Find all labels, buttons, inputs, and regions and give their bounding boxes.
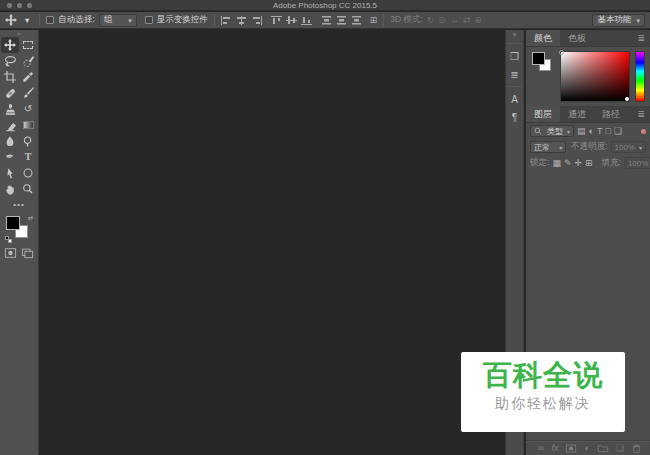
eraser-tool[interactable]: [1, 117, 19, 133]
new-layer-button[interactable]: ❏: [616, 444, 624, 453]
hand-tool[interactable]: [1, 181, 19, 197]
quick-selection-tool[interactable]: [19, 53, 37, 69]
dodge-icon: [22, 135, 34, 148]
blend-mode-value: 正常: [534, 142, 550, 153]
delete-layer-button[interactable]: [631, 443, 642, 454]
lock-position-button[interactable]: ✛: [574, 159, 582, 168]
color-field-cursor[interactable]: [559, 50, 564, 55]
dodge-tool[interactable]: [19, 133, 37, 149]
tools-panel: »: [0, 30, 39, 455]
tab-color[interactable]: 颜色: [526, 30, 560, 46]
expand-panels-button[interactable]: «: [513, 30, 517, 40]
saturation-brightness-field[interactable]: [560, 51, 630, 102]
tab-channels[interactable]: 通道: [560, 106, 594, 122]
distribute-vertical-centers-button[interactable]: [336, 16, 347, 25]
lock-image-pixels-button[interactable]: ✎: [564, 159, 572, 168]
crop-tool[interactable]: [1, 69, 19, 85]
3d-roll-button[interactable]: ⊙: [438, 16, 446, 25]
zoom-tool[interactable]: [19, 181, 37, 197]
new-group-button[interactable]: [597, 443, 609, 454]
lock-transparent-pixels-button[interactable]: ▦: [552, 159, 561, 168]
blur-tool[interactable]: [1, 133, 19, 149]
3d-slide-button[interactable]: ⇄: [463, 16, 471, 25]
chevron-down-icon: ▾: [128, 17, 132, 24]
path-selection-tool[interactable]: [1, 165, 19, 181]
align-bottom-edges-button[interactable]: [301, 16, 312, 25]
gradient-tool[interactable]: [19, 117, 37, 133]
foreground-color-swatch[interactable]: [6, 216, 20, 230]
filter-kind-dropdown[interactable]: 类型 ▾: [530, 125, 574, 137]
adjustment-layer-button[interactable]: ◐: [584, 444, 589, 453]
magnifier-icon: [22, 183, 34, 195]
filter-toggle-light[interactable]: [641, 129, 646, 134]
chevron-down-icon: ▾: [567, 128, 570, 135]
lock-artboard-button[interactable]: ⊞: [585, 159, 593, 168]
filter-image-button[interactable]: ▤: [577, 127, 586, 136]
show-transform-checkbox[interactable]: [145, 16, 153, 24]
opacity-dropdown[interactable]: 100% ▾: [611, 141, 646, 153]
tab-swatches[interactable]: 色板: [560, 30, 594, 46]
tool-preset-caret-icon[interactable]: ▾: [21, 14, 33, 27]
properties-panel-button[interactable]: ≣: [505, 65, 524, 83]
character-panel-button[interactable]: A: [505, 90, 524, 108]
history-panel-button[interactable]: ❐: [505, 47, 524, 65]
lasso-tool[interactable]: [1, 53, 19, 69]
ellipse-tool[interactable]: [19, 165, 37, 181]
watermark-subtitle: 助你轻松解决: [461, 395, 625, 413]
healing-brush-tool[interactable]: [1, 85, 19, 101]
pen-tool[interactable]: ✒: [1, 149, 19, 165]
hue-slider[interactable]: [635, 51, 645, 102]
3d-scale-button[interactable]: ⊕: [474, 16, 482, 25]
3d-drag-button[interactable]: ↔: [450, 16, 459, 25]
paragraph-panel-button[interactable]: ¶: [505, 108, 524, 126]
title-bar[interactable]: Adobe Photoshop CC 2015.5: [0, 0, 650, 11]
workspace-switcher[interactable]: 基本功能 ▾: [592, 14, 645, 27]
tab-paths[interactable]: 路径: [594, 106, 628, 122]
edit-toolbar-button[interactable]: •••: [0, 200, 38, 209]
align-horizontal-centers-button[interactable]: [236, 16, 247, 25]
auto-select-dropdown[interactable]: 组 ▾: [99, 14, 137, 27]
clone-stamp-icon: [4, 103, 17, 116]
layer-style-button[interactable]: fx: [551, 444, 558, 453]
layers-panel-menu-icon[interactable]: ≣: [632, 106, 650, 122]
align-left-edges-button[interactable]: [221, 16, 232, 25]
eyedropper-tool[interactable]: [19, 69, 37, 85]
filter-type-button[interactable]: T: [597, 127, 603, 136]
auto-select-checkbox[interactable]: [46, 16, 54, 24]
color-panel-swatches: [531, 51, 555, 75]
default-bg-icon: [8, 239, 12, 243]
swap-colors-button[interactable]: ⇄: [28, 215, 33, 221]
tab-layers[interactable]: 图层: [526, 106, 560, 122]
quick-mask-button[interactable]: [4, 247, 17, 259]
distribute-bottom-edges-button[interactable]: [351, 16, 362, 25]
move-tool[interactable]: [1, 37, 19, 53]
color-panel-body: [526, 47, 650, 106]
color-fg-swatch[interactable]: [532, 52, 545, 65]
3d-rotate-button[interactable]: ↻: [427, 16, 435, 25]
canvas-pasteboard[interactable]: [40, 30, 505, 455]
distribute-spacing-button[interactable]: ⊞: [370, 16, 378, 25]
history-brush-tool[interactable]: ↺: [19, 101, 37, 117]
filter-shape-button[interactable]: □: [605, 127, 610, 136]
default-colors-button[interactable]: [5, 236, 12, 243]
color-panel-menu-icon[interactable]: ≣: [632, 30, 650, 46]
move-tool-preset-icon[interactable]: [5, 14, 17, 26]
marquee-tool[interactable]: [19, 37, 37, 53]
fill-dropdown[interactable]: 100% ▾: [624, 157, 650, 169]
brush-tool[interactable]: [19, 85, 37, 101]
align-vertical-centers-button[interactable]: [286, 16, 297, 25]
screen-mode-button[interactable]: [21, 247, 34, 259]
filter-adjustment-button[interactable]: ◐: [589, 127, 594, 136]
distribute-top-edges-button[interactable]: [321, 16, 332, 25]
align-right-edges-button[interactable]: [251, 16, 262, 25]
align-top-edges-button[interactable]: [271, 16, 282, 25]
blend-mode-dropdown[interactable]: 正常 ▾: [530, 141, 566, 153]
clone-stamp-tool[interactable]: [1, 101, 19, 117]
filter-smart-object-button[interactable]: ❏: [614, 127, 622, 136]
toolbar-grip-icon[interactable]: »: [17, 30, 20, 36]
gradient-icon: [23, 121, 34, 129]
toolbar-modes: [4, 247, 34, 259]
type-tool[interactable]: T: [19, 149, 37, 165]
link-layers-button[interactable]: ∞: [538, 444, 544, 453]
add-layer-mask-button[interactable]: [565, 443, 577, 454]
